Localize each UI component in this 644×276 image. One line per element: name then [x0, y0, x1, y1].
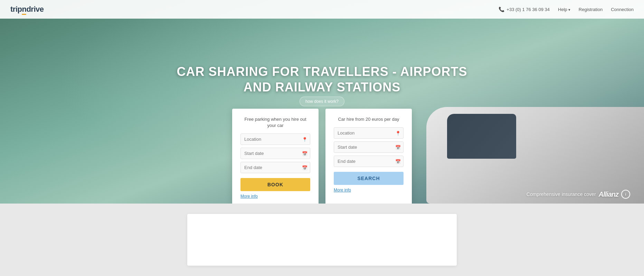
headline-line1: CAR SHARING FOR TRAVELLERS - AIRPORTS [177, 65, 467, 79]
phone-display: 📞 +33 (0) 1 76 36 09 34 [499, 7, 550, 12]
hire-out-more-info[interactable]: More info [240, 194, 258, 199]
insurance-label: Comprehensive insurance cover [527, 191, 596, 197]
hire-end-field: 📅 [334, 156, 404, 167]
logo-n: n [22, 5, 26, 14]
logo-trip: trip [10, 5, 22, 14]
car-window [447, 114, 516, 159]
hire-out-title: Free parking when you hire out your car [240, 116, 310, 129]
hire-out-end-input[interactable] [240, 162, 310, 173]
hire-out-form: Free parking when you hire out your car … [232, 109, 319, 204]
allianz-circle-icon: i [621, 190, 630, 199]
hire-start-field: 📅 [334, 141, 404, 153]
insurance-strip: Comprehensive insurance cover Allianz i [527, 190, 630, 199]
hire-end-input[interactable] [334, 156, 404, 167]
help-link[interactable]: Help [558, 7, 570, 12]
header-nav: 📞 +33 (0) 1 76 36 09 34 Help Registratio… [499, 7, 634, 12]
header: tripndrive 📞 +33 (0) 1 76 36 09 34 Help … [0, 0, 644, 19]
hire-out-location-input[interactable] [240, 134, 310, 145]
bottom-content-box [187, 214, 457, 266]
how-it-works-button[interactable]: how does it work? [300, 97, 344, 106]
car-body [426, 107, 644, 204]
hire-title: Car hire from 20 euros per day [334, 116, 404, 122]
allianz-logo: Allianz [599, 190, 618, 198]
hire-out-end-field: 📅 [240, 162, 310, 173]
hire-more-info[interactable]: More info [334, 188, 351, 193]
logo[interactable]: tripndrive [10, 5, 44, 14]
hire-out-start-field: 📅 [240, 148, 310, 159]
phone-icon: 📞 [499, 7, 504, 12]
headline-line2: AND RAILWAY STATIONS [244, 80, 401, 94]
hero-headline: CAR SHARING FOR TRAVELLERS - AIRPORTS AN… [177, 64, 467, 95]
registration-link[interactable]: Registration [579, 7, 603, 12]
hire-out-location-field: 📍 [240, 134, 310, 145]
hire-start-input[interactable] [334, 141, 404, 153]
phone-number: +33 (0) 1 76 36 09 34 [506, 7, 550, 12]
logo-drive: drive [26, 5, 44, 14]
bottom-section [0, 204, 644, 276]
book-button[interactable]: BOOK [240, 178, 310, 191]
hire-location-field: 📍 [334, 127, 404, 139]
hire-out-start-input[interactable] [240, 148, 310, 159]
hire-location-input[interactable] [334, 127, 404, 139]
search-forms: Free parking when you hire out your car … [232, 109, 412, 204]
hero-section: CAR SHARING FOR TRAVELLERS - AIRPORTS AN… [0, 0, 644, 204]
hire-form: Car hire from 20 euros per day 📍 📅 📅 SEA… [325, 109, 412, 204]
search-button[interactable]: SEARCH [334, 172, 404, 185]
connection-link[interactable]: Connection [611, 7, 634, 12]
